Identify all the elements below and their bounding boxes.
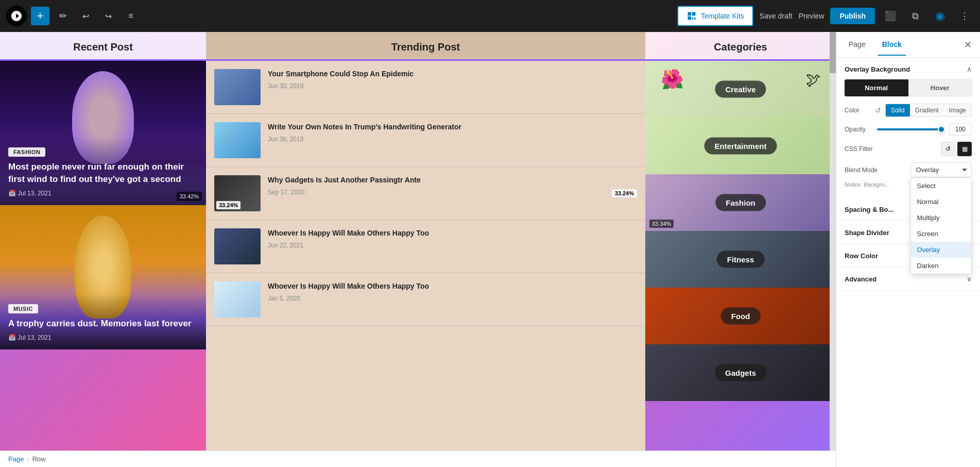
tab-page[interactable]: Page bbox=[845, 34, 870, 56]
add-block-button[interactable]: + bbox=[31, 7, 49, 25]
list-view-button[interactable]: ≡ bbox=[122, 7, 140, 25]
opacity-fill bbox=[877, 128, 945, 130]
blend-option-darken[interactable]: Darken bbox=[911, 258, 972, 274]
reset-color-icon[interactable]: ↺ bbox=[875, 106, 881, 114]
solid-option[interactable]: Solid bbox=[886, 104, 910, 116]
trending-content-2: Write Your Own Notes In Trump's Handwrit… bbox=[268, 122, 637, 143]
overlay-bg-title: Overlay Background bbox=[845, 65, 910, 73]
reset-css-filter-icon[interactable]: ↺ bbox=[941, 142, 955, 156]
categories-column: Categories Creative Entertainment bbox=[645, 32, 836, 467]
css-filter-icons: ↺ ▦ bbox=[941, 142, 972, 156]
percentage-badge-1: 33.42% bbox=[177, 192, 202, 201]
post-title-1: Most people never run far enough on thei… bbox=[8, 161, 198, 186]
panel-body: Overlay Background ∧ Normal Hover Color … bbox=[836, 58, 980, 467]
opacity-row: Opacity bbox=[845, 123, 972, 136]
row-color-title: Row Color bbox=[845, 252, 878, 260]
trending-item-4[interactable]: Whoever Is Happy Will Make Others Happy … bbox=[206, 220, 645, 273]
recent-post-column: Recent Post Fashion Most people never ru… bbox=[0, 32, 206, 467]
post-overlay-1: Fashion Most people never run far enough… bbox=[0, 137, 206, 205]
post-date-2: 📅 Jul 13, 2021 bbox=[8, 334, 198, 341]
template-kits-button[interactable]: Template Kits bbox=[677, 6, 753, 26]
main-layout: Recent Post Fashion Most people never ru… bbox=[0, 32, 980, 467]
category-badge-music: Music bbox=[8, 304, 38, 313]
topbar-right: Template Kits Save draft Preview Publish… bbox=[677, 6, 974, 26]
category-item-entertainment[interactable]: Entertainment bbox=[645, 118, 836, 174]
hover-button[interactable]: Hover bbox=[908, 79, 972, 96]
chevron-down-icon-advanced: ∨ bbox=[967, 275, 972, 283]
more-options-button[interactable]: ⋮ bbox=[955, 7, 974, 25]
category-label-food: Food bbox=[721, 308, 761, 325]
trending-item-3[interactable]: 33.24% Why Gadgets Is Just Another Passi… bbox=[206, 167, 645, 220]
breadcrumb-page[interactable]: Page bbox=[8, 455, 24, 463]
trending-item-1[interactable]: Your Smartphone Could Stop An Epidemic J… bbox=[206, 61, 645, 114]
normal-button[interactable]: Normal bbox=[845, 79, 908, 96]
trending-item-2[interactable]: Write Your Own Notes In Trump's Handwrit… bbox=[206, 114, 645, 167]
category-badge-fashion: Fashion bbox=[8, 147, 45, 157]
chevron-up-icon: ∧ bbox=[967, 65, 972, 73]
right-panel: Page Block ✕ Overlay Background ∧ Normal… bbox=[836, 32, 980, 467]
trending-date-4: Jun 22, 2021 bbox=[268, 242, 637, 249]
trending-date-3: Sep 17, 2020 bbox=[268, 189, 637, 196]
template-kits-icon bbox=[686, 11, 697, 21]
blend-option-screen[interactable]: Screen bbox=[911, 226, 972, 242]
blend-dropdown: Select Normal Multiply Screen Overlay Da… bbox=[910, 177, 972, 274]
opacity-slider[interactable] bbox=[877, 124, 945, 135]
image-option[interactable]: Image bbox=[944, 104, 971, 116]
css-filter-grid-icon[interactable]: ▦ bbox=[957, 142, 972, 156]
post-card-1[interactable]: Fashion Most people never run far enough… bbox=[0, 61, 206, 205]
category-item-fitness[interactable]: Fitness bbox=[645, 231, 836, 288]
blend-select-wrap: Select Normal Multiply Screen Overlay Da… bbox=[910, 162, 972, 177]
trending-title-1: Your Smartphone Could Stop An Epidemic bbox=[268, 69, 637, 79]
color-label: Color bbox=[845, 107, 869, 114]
blend-mode-select[interactable]: Select Normal Multiply Screen Overlay Da… bbox=[910, 162, 972, 177]
avatar-button[interactable]: ◉ bbox=[931, 7, 949, 25]
blend-option-select[interactable]: Select bbox=[911, 178, 972, 194]
css-filter-row: CSS Filter ↺ ▦ bbox=[845, 142, 972, 156]
tab-block[interactable]: Block bbox=[878, 34, 906, 56]
overlay-bg-header[interactable]: Overlay Background ∧ bbox=[845, 65, 972, 73]
category-item-gadgets[interactable]: Gadgets bbox=[645, 344, 836, 401]
trending-title-3: Why Gadgets Is Just Another Passingtr An… bbox=[268, 175, 637, 186]
blend-option-multiply[interactable]: Multiply bbox=[911, 210, 972, 226]
css-filter-label: CSS Filter bbox=[845, 145, 937, 153]
undo-button[interactable]: ↩ bbox=[76, 7, 95, 25]
save-draft-button[interactable]: Save draft bbox=[760, 12, 793, 20]
panel-close-button[interactable]: ✕ bbox=[964, 39, 972, 51]
layout-view-button[interactable]: ⬛ bbox=[881, 7, 900, 25]
trending-thumb-2 bbox=[214, 122, 261, 158]
opacity-value-input[interactable] bbox=[949, 123, 972, 136]
trending-content-5: Whoever Is Happy Will Make Others Happy … bbox=[268, 281, 637, 302]
template-kits-label: Template Kits bbox=[701, 12, 744, 20]
edit-button[interactable]: ✏ bbox=[54, 7, 72, 25]
publish-button[interactable]: Publish bbox=[830, 8, 875, 24]
category-item-food[interactable]: Food bbox=[645, 288, 836, 344]
responsive-button[interactable]: ⧉ bbox=[906, 7, 924, 25]
canvas-scrollbar[interactable] bbox=[830, 32, 836, 453]
panel-tabs: Page Block ✕ bbox=[836, 32, 980, 58]
post-card-2[interactable]: Music A trophy carries dust. Memories la… bbox=[0, 205, 206, 349]
category-item-fashion[interactable]: Fashion 33.34% bbox=[645, 174, 836, 231]
post-date-1: 📅 Jul 13, 2021 bbox=[8, 190, 198, 197]
gradient-option[interactable]: Gradient bbox=[910, 104, 944, 116]
trending-title-4: Whoever Is Happy Will Make Others Happy … bbox=[268, 228, 637, 239]
wordpress-logo bbox=[6, 6, 27, 26]
category-item-creative[interactable]: Creative bbox=[645, 61, 836, 118]
opacity-label: Opacity bbox=[845, 126, 873, 133]
category-label-fashion: Fashion bbox=[715, 194, 766, 211]
content-grid: Recent Post Fashion Most people never ru… bbox=[0, 32, 836, 467]
canvas-area: Recent Post Fashion Most people never ru… bbox=[0, 32, 836, 467]
trending-content-1: Your Smartphone Could Stop An Epidemic J… bbox=[268, 69, 637, 90]
opacity-track bbox=[877, 128, 945, 130]
trending-post-header: Trending Post bbox=[206, 32, 645, 61]
blend-option-normal[interactable]: Normal bbox=[911, 194, 972, 210]
trending-thumb-4 bbox=[214, 228, 261, 264]
normal-hover-toggle: Normal Hover bbox=[845, 79, 972, 96]
breadcrumb: Page › Row bbox=[0, 451, 836, 467]
trending-item-5[interactable]: Whoever Is Happy Will Make Others Happy … bbox=[206, 273, 645, 326]
preview-button[interactable]: Preview bbox=[799, 12, 824, 20]
trending-date-5: Jan 5, 2020 bbox=[268, 295, 637, 302]
blend-option-overlay[interactable]: Overlay bbox=[911, 242, 972, 258]
redo-button[interactable]: ↪ bbox=[99, 7, 117, 25]
blend-mode-label: Blend Mode bbox=[845, 166, 906, 174]
canvas-scroll[interactable]: Recent Post Fashion Most people never ru… bbox=[0, 32, 836, 467]
